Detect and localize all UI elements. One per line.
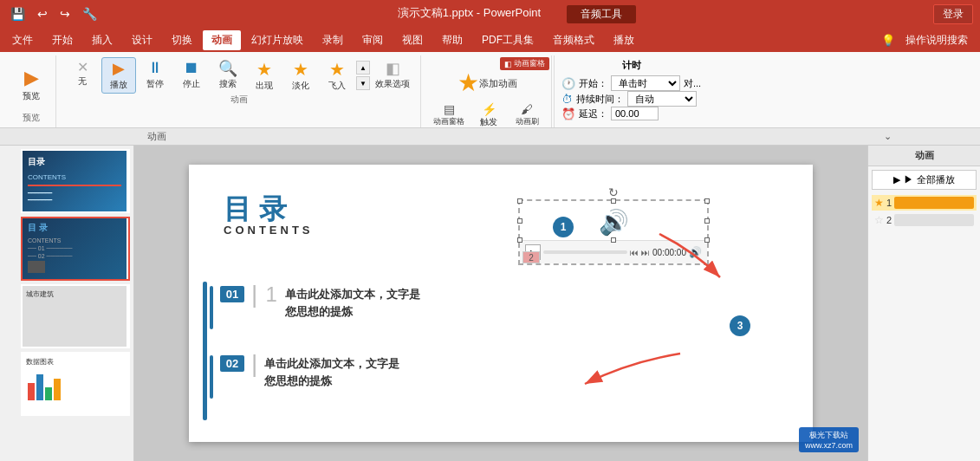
title-bar-left: 💾 ↩ ↪ 🔧 bbox=[7, 5, 101, 23]
anim-bar-2 bbox=[894, 214, 974, 226]
animation-group-label: 动画 bbox=[65, 94, 413, 107]
slide-thumb-container-2: 2 ★ 目 录 CONTENTS ── 01 ────── ── 02 ────… bbox=[3, 217, 130, 281]
animation-play-button[interactable]: ▶ 播放 bbox=[101, 57, 136, 94]
menu-playback[interactable]: 播放 bbox=[605, 30, 643, 50]
annotation-3: 3 bbox=[730, 315, 750, 336]
play-all-button[interactable]: ▶ ▶ 全部播放 bbox=[872, 170, 977, 190]
anim-num-1: 1 bbox=[886, 198, 892, 208]
slide-preview-1: 目录 CONTENTS ━━━━━━━ ━━━━━━━ bbox=[23, 151, 127, 211]
time-display: 00:00:00 bbox=[652, 248, 686, 257]
bracket-1: | bbox=[251, 282, 257, 307]
content-item-2: 02 | 单击此处添加文本，文字是您思想的提炼 bbox=[210, 355, 399, 399]
menu-audio-format[interactable]: 音频格式 bbox=[544, 30, 603, 50]
menu-view[interactable]: 视图 bbox=[393, 30, 432, 50]
menu-search[interactable]: 操作说明搜索 bbox=[897, 30, 977, 50]
search-icon: 💡 bbox=[881, 34, 895, 47]
handle-br[interactable] bbox=[704, 237, 710, 243]
slide-thumb-2[interactable]: 目 录 CONTENTS ── 01 ────── ── 02 ────── bbox=[21, 217, 130, 281]
item-bar-1 bbox=[210, 286, 213, 329]
bracket-2: | bbox=[251, 352, 257, 376]
effect-options-button[interactable]: ◧ 效果选项 bbox=[372, 57, 413, 92]
animation-brush-button[interactable]: 🖌 动画刷 bbox=[509, 101, 544, 130]
preview-group-label: 预览 bbox=[23, 112, 40, 126]
handle-tm[interactable] bbox=[611, 198, 616, 204]
start-select[interactable]: 单击时 与上一动画同时 在上一动画之后 bbox=[611, 75, 680, 91]
slide-thumb-3[interactable]: 城市建筑 bbox=[21, 284, 130, 348]
right-panel-header: 动画 bbox=[868, 146, 980, 166]
menu-animation[interactable]: 动画 bbox=[203, 30, 241, 50]
rotate-handle[interactable]: ↻ bbox=[608, 185, 619, 199]
menu-help[interactable]: 帮助 bbox=[433, 30, 471, 50]
trigger-button[interactable]: ⚡ 触发 bbox=[471, 101, 506, 130]
animation-pause-button[interactable]: ⏸ 暂停 bbox=[138, 57, 172, 92]
slide-thumb-4[interactable]: 数据图表 bbox=[21, 352, 130, 416]
handle-tl[interactable] bbox=[517, 198, 522, 204]
animation-section-label: 动画 bbox=[147, 130, 166, 143]
delay-input[interactable] bbox=[611, 107, 659, 120]
audio-speaker-icon: 🔊 bbox=[599, 208, 629, 237]
redo-icon[interactable]: ↪ bbox=[56, 5, 74, 23]
right-panel-content: ▶ ▶ 全部播放 ★ 1 ☆ 2 bbox=[868, 166, 980, 461]
audio-widget[interactable]: ↻ 🔊 ▶ ⏮ ⏭ bbox=[518, 199, 709, 265]
animation-stop-button[interactable]: ⏹ 停止 bbox=[174, 57, 209, 92]
left-blue-bar bbox=[203, 282, 207, 420]
slide-canvas: 目 录 CONTENTS ↻ 🔊 bbox=[189, 165, 813, 442]
audio-progress-bar[interactable] bbox=[543, 250, 627, 254]
next-button[interactable]: ⏭ bbox=[641, 248, 650, 257]
menu-insert[interactable]: 插入 bbox=[83, 30, 121, 50]
handle-tr[interactable] bbox=[704, 198, 710, 204]
scroll-down-button[interactable]: ▼ bbox=[356, 76, 370, 90]
menu-slideshow[interactable]: 幻灯片放映 bbox=[243, 30, 312, 50]
animation-none-button[interactable]: ✕ 无 bbox=[65, 57, 100, 89]
menu-file[interactable]: 文件 bbox=[3, 30, 42, 50]
add-animation-button[interactable]: ★ 添加动画 bbox=[454, 69, 521, 97]
handle-bm[interactable] bbox=[611, 237, 616, 243]
duration-label: 持续时间： bbox=[576, 93, 624, 106]
handle-bl[interactable] bbox=[517, 237, 522, 243]
menu-home[interactable]: 开始 bbox=[43, 30, 81, 50]
menu-bar: 文件 开始 插入 设计 切换 动画 幻灯片放映 录制 审阅 视图 帮助 PDF工… bbox=[0, 28, 980, 52]
animation-search-button[interactable]: 🔍 搜索 bbox=[211, 57, 245, 94]
animation-panel-button[interactable]: ▤ 动画窗格 bbox=[430, 101, 468, 130]
anim-item-1[interactable]: ★ 1 bbox=[872, 195, 977, 211]
animation-fade-button[interactable]: ★ 淡化 bbox=[283, 57, 318, 94]
menu-design[interactable]: 设计 bbox=[123, 30, 161, 50]
item-text-1[interactable]: 单击此处添加文本，文字是您思想的提炼 bbox=[285, 286, 420, 320]
animation-flyin-button[interactable]: ★ 飞入 bbox=[320, 57, 354, 94]
handle-ml[interactable] bbox=[517, 218, 522, 224]
ribbon: ▶ 预览 预览 ✕ 无 ▶ 播放 ⏸ 暂停 bbox=[0, 52, 980, 128]
menu-review[interactable]: 审阅 bbox=[354, 30, 392, 50]
item-num-01: 01 bbox=[220, 286, 244, 302]
scroll-up-button[interactable]: ▲ bbox=[356, 61, 370, 75]
label-bar: 动画 ⌄ bbox=[0, 128, 980, 146]
expand-icon[interactable]: ⌄ bbox=[884, 131, 892, 142]
animation-appear-button[interactable]: ★ 出现 bbox=[247, 57, 282, 94]
preview-icon: ▶ bbox=[24, 67, 39, 89]
animation-window-badge: ◧ 动画窗格 bbox=[500, 57, 549, 70]
item-text-2[interactable]: 单击此处添加文本，文字是您思想的提炼 bbox=[264, 355, 399, 389]
menu-record[interactable]: 录制 bbox=[314, 30, 352, 50]
duration-select[interactable]: 自动 0.5 秒 1 秒 2 秒 bbox=[627, 91, 697, 107]
anim-no-star-2: ☆ bbox=[874, 214, 884, 226]
annotation-2: 2 bbox=[522, 251, 540, 263]
timing-label: 计时 bbox=[561, 59, 701, 72]
handle-mr[interactable] bbox=[704, 218, 710, 224]
anim-item-2[interactable]: ☆ 2 bbox=[872, 212, 977, 228]
prev-button[interactable]: ⏮ bbox=[630, 248, 639, 257]
undo-icon[interactable]: ↩ bbox=[34, 5, 51, 23]
save-icon[interactable]: 💾 bbox=[7, 5, 29, 23]
volume-icon[interactable]: 🔊 bbox=[689, 246, 702, 258]
slide-preview-2: 目 录 CONTENTS ── 01 ────── ── 02 ────── bbox=[23, 218, 127, 279]
login-button[interactable]: 登录 bbox=[933, 4, 973, 24]
duration-icon: ⏱ bbox=[561, 93, 573, 106]
config-icon[interactable]: 🔧 bbox=[79, 5, 101, 23]
menu-transitions[interactable]: 切换 bbox=[163, 30, 201, 50]
slide-thumb-1[interactable]: 目录 CONTENTS ━━━━━━━ ━━━━━━━ bbox=[21, 149, 130, 213]
anim-star-1: ★ bbox=[874, 197, 884, 209]
preview-button[interactable]: ▶ 预览 bbox=[14, 65, 49, 103]
delay-label: 延迟： bbox=[579, 107, 607, 120]
menu-pdf[interactable]: PDF工具集 bbox=[473, 30, 542, 50]
animation-scroll: 🔍 搜索 ★ 出现 ★ 淡化 bbox=[211, 57, 354, 94]
slide-thumb-container-1: 1 目录 CONTENTS ━━━━━━━ ━━━━━━━ bbox=[3, 149, 130, 213]
slide-thumb-container-4: 4 数据图表 bbox=[3, 352, 130, 416]
